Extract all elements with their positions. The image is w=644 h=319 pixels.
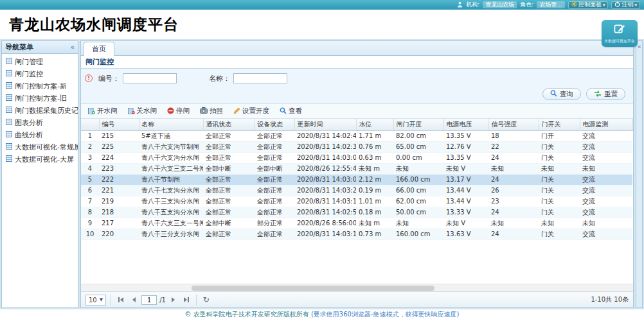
column-header-signal[interactable]: 信号强度	[488, 119, 539, 130]
refresh-icon[interactable]: ↻	[201, 295, 211, 305]
query-button[interactable]: 查询	[542, 88, 581, 100]
cell-rownum: 3	[81, 152, 99, 163]
column-header-door_switch[interactable]: 门开关	[539, 119, 580, 130]
set-opening-button[interactable]: 设置开度	[229, 105, 274, 117]
scrollbar-thumb[interactable]	[192, 286, 434, 291]
camera-icon	[200, 107, 208, 115]
reset-button[interactable]: 重置	[586, 88, 625, 100]
grid-icon	[6, 58, 12, 66]
photo-button[interactable]: 拍照	[195, 105, 228, 117]
east-collapsed-panel[interactable]: «	[636, 40, 643, 308]
user-icon[interactable]	[457, 1, 463, 9]
sidebar-item-gate-control-plan-new[interactable]: 闸门控制方案-新	[2, 80, 78, 92]
browser-notice: (要求使用360浏览器-急速模式，获得更快响应速度)	[311, 311, 460, 318]
cell-code: 217	[99, 218, 139, 228]
sidebar-item-chart-analysis[interactable]: 图表分析	[2, 117, 78, 129]
pagination-summary: 1-10共 10条	[591, 295, 629, 304]
collapse-left-icon[interactable]: «	[70, 43, 75, 51]
cell-water_level: 1.01 m	[356, 196, 393, 207]
sidebar-item-gate-management[interactable]: 闸门管理	[2, 56, 78, 68]
column-header-code[interactable]: 编号	[99, 119, 139, 130]
last-page-button[interactable]	[181, 295, 192, 305]
table-row[interactable]: 5222青八干节制闸全部正常全部正常2020/8/31 14:03:032.12…	[81, 174, 632, 185]
name-input[interactable]	[233, 73, 287, 83]
cell-comm_status: 全部正常	[203, 196, 255, 207]
sidebar-item-bigdata-visualization-large[interactable]: 大数据可视化-大屏	[2, 153, 78, 166]
cell-signal: 未知	[488, 163, 539, 174]
sidebar-title: 导航菜单	[5, 42, 33, 52]
visualization-platform-button[interactable]: 大数据可视化平台	[602, 20, 638, 47]
table-row[interactable]: 12155#道下涵全部正常全部正常2020/8/31 14:02:411.71 …	[81, 130, 632, 141]
column-header-comm_status[interactable]: 通讯状态	[203, 119, 255, 130]
table-row[interactable]: 9217青八干六支三支一号闸全部中断部分正常2020/8/26 8:56:00未…	[81, 218, 632, 228]
stop-gate-button[interactable]: 停闸	[163, 105, 194, 117]
cell-voltage: 13.33 V	[443, 207, 488, 218]
org-value[interactable]: 青龙山农场	[483, 1, 517, 8]
footer: © 农垦科学院电子技术开发研究所版权所有 (要求使用360浏览器-急速模式，获得…	[0, 309, 644, 319]
page-size-select[interactable]: 10 ▼	[85, 295, 106, 306]
column-header-gate_opening[interactable]: 闸门开度	[393, 119, 443, 130]
cell-gate_opening: 160.00 cm	[393, 228, 443, 239]
view-button[interactable]: 查看	[275, 105, 307, 117]
name-label: 名称：	[209, 74, 230, 83]
grid-icon	[6, 155, 12, 164]
table-row[interactable]: 7219青八干三支沟分水闸全部正常全部正常2020/8/31 14:03:151…	[81, 196, 632, 207]
cell-voltage: 13.35 V	[443, 130, 488, 141]
prev-page-button[interactable]	[129, 295, 139, 305]
control-panel-button[interactable]: 控制面板 ▾	[568, 1, 609, 9]
sidebar-item-gate-control-plan-old[interactable]: 闸门控制方案-旧	[2, 92, 78, 105]
table-row[interactable]: 2225青八干六支沟节制闸全部正常全部正常2020/8/31 14:02:330…	[81, 141, 632, 152]
cell-name: 5#道下涵	[139, 130, 203, 141]
cell-power_monitor: 交流	[580, 185, 632, 196]
logout-button[interactable]: 注销 ▾	[611, 1, 640, 9]
open-gate-button[interactable]: 开水闸	[84, 105, 122, 117]
cell-voltage: 13.35 V	[443, 152, 488, 163]
horizontal-scrollbar[interactable]	[81, 284, 633, 291]
sidebar-item-gate-monitoring[interactable]: 闸门监控	[2, 68, 78, 80]
data-grid: 编号名称通讯状态设备状态更新时间水位闸门开度电源电压信号强度门开关电源监测121…	[81, 119, 633, 284]
column-header-water_level[interactable]: 水位	[356, 119, 393, 130]
close-gate-button[interactable]: 关水闸	[123, 105, 162, 117]
cell-door_switch: 门关	[539, 185, 580, 196]
grid-icon	[6, 70, 12, 78]
column-header-update_time[interactable]: 更新时间	[294, 119, 356, 130]
table-row[interactable]: 3224青八干六支沟分水闸全部正常全部正常2020/8/31 14:03:020…	[81, 152, 632, 163]
cell-power_monitor: 交流	[580, 130, 632, 141]
first-page-button[interactable]	[116, 295, 126, 305]
cell-rownum: 1	[81, 130, 99, 141]
cell-comm_status: 全部正常	[203, 141, 255, 152]
table-row[interactable]: 10220青八干三分支分水闸全部正常全部正常2020/8/31 14:03:16…	[81, 228, 632, 239]
column-header-name[interactable]: 名称	[139, 119, 203, 130]
tab-home[interactable]: 首页	[84, 42, 114, 56]
cell-gate_opening: 未知	[393, 218, 443, 228]
cell-name: 青八干五支沟分水闸	[139, 207, 203, 218]
cell-code: 224	[99, 152, 139, 163]
toolbar-button-label: 拍照	[210, 107, 223, 116]
column-header-power_monitor[interactable]: 电源监测	[580, 119, 632, 130]
sidebar-item-curve-analysis[interactable]: 曲线分析	[2, 129, 78, 141]
cell-voltage: 13.63 V	[443, 228, 488, 239]
page-input[interactable]	[141, 295, 157, 305]
open-gate-icon	[88, 107, 95, 116]
role-value[interactable]: 农场管...	[537, 1, 565, 8]
code-input[interactable]	[123, 73, 177, 83]
divider	[111, 295, 111, 305]
gates-table: 编号名称通讯状态设备状态更新时间水位闸门开度电源电压信号强度门开关电源监测121…	[81, 119, 633, 240]
sidebar-item-label: 闸门控制方案-旧	[15, 94, 67, 103]
sidebar-item-bigdata-visualization-normal[interactable]: 大数据可视化-常规屏	[2, 141, 78, 153]
sidebar-item-label: 图表分析	[15, 118, 43, 128]
cell-code: 221	[99, 185, 139, 196]
column-header-voltage[interactable]: 电源电压	[443, 119, 488, 130]
table-row[interactable]: 6221青八干七支沟分水闸全部正常全部正常2020/8/31 14:03:280…	[81, 185, 632, 196]
table-row[interactable]: 4223青八干六支三支二号闸全部中断全部中断2020/8/26 12:55:44…	[81, 163, 632, 174]
chevron-down-icon: ▾	[634, 3, 637, 8]
next-page-button[interactable]	[168, 295, 179, 305]
toolbar-button-label: 开水闸	[97, 107, 118, 116]
cell-rownum: 6	[81, 185, 99, 196]
cell-comm_status: 全部中断	[203, 163, 255, 174]
cell-water_level: 未知 m	[356, 163, 393, 174]
column-header-device_status[interactable]: 设备状态	[255, 119, 294, 130]
cell-signal: 24	[488, 228, 539, 239]
table-row[interactable]: 8218青八干五支沟分水闸全部正常全部正常2020/8/31 14:02:520…	[81, 207, 632, 218]
sidebar-item-gate-data-history[interactable]: 闸门数据采集历史记录	[2, 105, 78, 117]
